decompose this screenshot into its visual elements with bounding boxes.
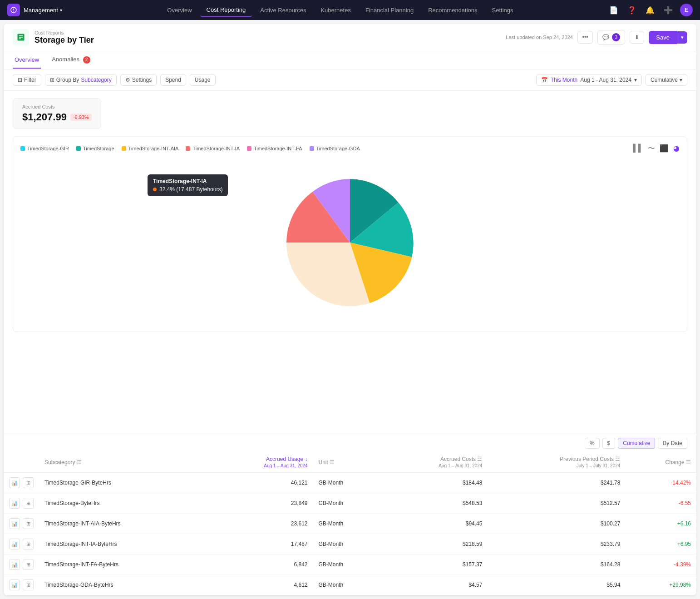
table-row: 📊 ⊞ TimedStorage-INT-IA-ByteHrs 17,487 G… (4, 534, 696, 554)
tooltip-title: TimedStorage-INT-IA (153, 178, 222, 184)
add-icon[interactable]: ➕ (662, 4, 675, 16)
table-row: 📊 ⊞ TimedStorage-INT-AIA-ByteHrs 23,612 … (4, 514, 696, 534)
cumulative-toggle[interactable]: Cumulative (618, 438, 655, 449)
cell-accrued-costs: $548.53 (382, 493, 488, 514)
th-accrued-usage[interactable]: Accrued Usage ↓ Aug 1 – Aug 31, 2024 (207, 452, 313, 473)
help-icon[interactable]: ❓ (626, 4, 638, 16)
cell-accrued-usage: 23,612 (207, 514, 313, 534)
row-grid-button[interactable]: ⊞ (23, 579, 34, 590)
data-table-wrapper: Subcategory ☰ Accrued Usage ↓ Aug 1 – Au… (4, 452, 696, 595)
settings-button[interactable]: ⚙ Settings (120, 74, 157, 86)
cell-previous-costs: $100.27 (488, 514, 626, 534)
row-chart-button[interactable]: 📊 (9, 539, 20, 549)
cell-subcategory: TimedStorage-INT-FA-ByteHrs (39, 554, 207, 575)
legend-int-ia[interactable]: TimedStorage-INT-IA (186, 146, 240, 151)
legend-dot-gda (310, 146, 314, 151)
th-previous-costs[interactable]: Previous Period Costs ☰ July 1 – July 31… (488, 452, 626, 473)
cell-unit: GB-Month (313, 554, 382, 575)
cell-previous-costs: $5.94 (488, 575, 626, 595)
cell-change: +6.95 (626, 534, 696, 554)
nav-cost-reporting[interactable]: Cost Reporting (200, 4, 252, 17)
group-by-button[interactable]: ⊞ Group By Subcategory (45, 74, 117, 86)
nav-settings[interactable]: Settings (486, 4, 520, 16)
table-row: 📊 ⊞ TimedStorage-GDA-ByteHrs 4,612 GB-Mo… (4, 575, 696, 595)
cumulative-button[interactable]: Cumulative ▾ (646, 74, 687, 86)
tooltip-row: 32.4% (17,487 Bytehours) (153, 186, 222, 193)
tab-anomalies[interactable]: Anomalies 2 (50, 51, 92, 69)
pie-chart (277, 170, 423, 315)
row-chart-button[interactable]: 📊 (9, 518, 20, 529)
row-actions: 📊 ⊞ (4, 534, 39, 554)
date-range-button[interactable]: 📅 This Month Aug 1 - Aug 31, 2024 ▾ (536, 74, 642, 86)
notifications-icon[interactable]: 🔔 (644, 4, 656, 16)
row-actions: 📊 ⊞ (4, 473, 39, 493)
nav-recommendations[interactable]: Recommendations (422, 4, 483, 16)
tab-overview[interactable]: Overview (13, 52, 41, 69)
user-avatar[interactable]: E (680, 4, 693, 16)
dollar-toggle[interactable]: $ (602, 438, 616, 449)
line-chart-icon[interactable]: 〜 (648, 144, 655, 153)
comments-button[interactable]: 💬 3 (597, 30, 625, 45)
page-title-group: Cost Reports Storage by Tier (35, 30, 94, 45)
th-change[interactable]: Change ☰ (626, 452, 696, 473)
th-subcategory[interactable]: Subcategory ☰ (39, 452, 207, 473)
row-grid-button[interactable]: ⊞ (23, 477, 34, 488)
legend-gda[interactable]: TimedStorage-GDA (310, 146, 360, 151)
row-grid-button[interactable]: ⊞ (23, 559, 34, 570)
cell-accrued-usage: 46,121 (207, 473, 313, 493)
legend-timed[interactable]: TimedStorage (76, 146, 114, 151)
page-header: Cost Reports Storage by Tier Last update… (4, 24, 696, 51)
legend-dot-int-fa (247, 146, 251, 151)
page-header-right: Last updated on Sep 24, 2024 ••• 💬 3 ⬇ S… (506, 30, 687, 45)
download-button[interactable]: ⬇ (630, 31, 644, 44)
brand-label[interactable]: Management ▾ (24, 7, 62, 14)
tabs-bar: Overview Anomalies 2 (4, 51, 696, 69)
toolbar-left: ⊟ Filter ⊞ Group By Subcategory ⚙ Settin… (13, 74, 216, 86)
save-button[interactable]: Save (649, 31, 677, 44)
table-header: Subcategory ☰ Accrued Usage ↓ Aug 1 – Au… (4, 452, 696, 473)
pie-chart-icon[interactable]: ◕ (673, 144, 680, 153)
percent-toggle[interactable]: % (585, 438, 600, 449)
row-grid-button[interactable]: ⊞ (23, 539, 34, 549)
spend-button[interactable]: Spend (160, 74, 186, 86)
row-chart-button[interactable]: 📊 (9, 477, 20, 488)
th-accrued-costs[interactable]: Accrued Costs ☰ Aug 1 – Aug 31, 2024 (382, 452, 488, 473)
row-grid-button[interactable]: ⊞ (23, 518, 34, 529)
cell-unit: GB-Month (313, 514, 382, 534)
table-header-row: % $ Cumulative By Date (4, 434, 696, 452)
tooltip-value: 32.4% (17,487 Bytehours) (159, 186, 222, 193)
by-date-toggle[interactable]: By Date (658, 438, 687, 449)
legend-gir[interactable]: TimedStorage-GIR (20, 146, 69, 151)
cell-previous-costs: $512.57 (488, 493, 626, 514)
legend-int-aia[interactable]: TimedStorage-INT-AIA (122, 146, 179, 151)
row-chart-button[interactable]: 📊 (9, 579, 20, 590)
chart-section: TimedStorage-GIR TimedStorage TimedStora… (4, 136, 696, 434)
cell-change: -6.55 (626, 493, 696, 514)
nav-overview[interactable]: Overview (161, 4, 198, 16)
area-chart-icon[interactable]: ⬛ (660, 144, 669, 153)
data-table: Subcategory ☰ Accrued Usage ↓ Aug 1 – Au… (4, 452, 696, 595)
filter-icon: ⊟ (18, 77, 22, 83)
more-options-button[interactable]: ••• (577, 31, 593, 44)
chevron-down-icon: ▾ (680, 77, 682, 83)
bar-chart-icon[interactable]: ▌▌ (633, 144, 643, 153)
nav-active-resources[interactable]: Active Resources (254, 4, 312, 16)
legend-dot-int-ia (186, 146, 190, 151)
row-chart-button[interactable]: 📊 (9, 559, 20, 570)
comment-count: 3 (612, 33, 620, 41)
cell-change: -4.39% (626, 554, 696, 575)
save-dropdown-button[interactable]: ▾ (677, 31, 687, 44)
row-chart-button[interactable]: 📊 (9, 498, 20, 509)
anomaly-badge: 2 (83, 56, 90, 64)
settings-icon: ⚙ (125, 77, 130, 83)
legend-int-fa[interactable]: TimedStorage-INT-FA (247, 146, 302, 151)
nav-kubernetes[interactable]: Kubernetes (314, 4, 357, 16)
usage-button[interactable]: Usage (190, 74, 216, 86)
app-logo (7, 4, 20, 16)
th-actions (4, 452, 39, 473)
row-grid-button[interactable]: ⊞ (23, 498, 34, 509)
nav-financial-planning[interactable]: Financial Planning (359, 4, 420, 16)
th-unit[interactable]: Unit ☰ (313, 452, 382, 473)
docs-icon[interactable]: 📄 (607, 4, 620, 16)
filter-button[interactable]: ⊟ Filter (13, 74, 41, 86)
